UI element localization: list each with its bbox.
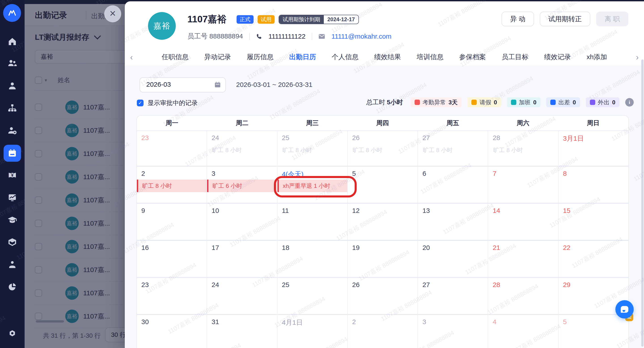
calendar-cell[interactable]: 30 — [137, 315, 207, 348]
legend-color-square — [590, 100, 595, 105]
tab-0[interactable]: 任职信息 — [162, 52, 188, 63]
calendar-small-icon — [214, 81, 221, 88]
calendar-cell[interactable]: 14 — [488, 204, 558, 240]
tabs-scroll-left-icon[interactable]: ‹ — [125, 53, 138, 62]
calendar-cell[interactable]: 20 — [418, 241, 488, 277]
calendar-cell[interactable]: 27 — [418, 278, 488, 314]
calendar-cell[interactable]: 8 — [558, 167, 628, 203]
calendar-cell[interactable]: 6 — [418, 167, 488, 203]
show-pending-checkbox-row[interactable]: ✓ 显示审批中的记录 — [137, 99, 198, 107]
calendar-cell[interactable]: 12 — [348, 204, 418, 240]
regularize-button[interactable]: 试用期转正 — [540, 12, 590, 26]
calendar-cell[interactable]: 16 — [137, 241, 207, 277]
calendar-cell[interactable]: 15 — [558, 204, 628, 240]
tab-4[interactable]: 个人信息 — [332, 52, 358, 63]
calendar-cell[interactable]: 7 — [488, 167, 558, 203]
cell-date: 3 — [422, 318, 426, 326]
attendance-event[interactable]: 旷工 8 小时 — [137, 179, 206, 192]
attendance-event[interactable]: 旷工 6 小时 — [207, 179, 277, 192]
calendar-cell[interactable]: 28旷工 8 小时 — [488, 131, 558, 166]
cell-date: 18 — [282, 244, 289, 251]
payroll-icon[interactable]: ¥ — [0, 167, 24, 183]
person-icon[interactable] — [0, 77, 24, 94]
tab-8[interactable]: 员工目标 — [502, 52, 528, 63]
org-chart-icon[interactable] — [0, 100, 24, 117]
calendar-cell[interactable]: 10 — [207, 204, 277, 240]
calendar-cell[interactable]: 9 — [137, 204, 207, 240]
calendar-cell[interactable]: 4 — [488, 315, 558, 348]
divider — [312, 33, 312, 40]
attendance-event[interactable]: xh严重早退 1 小时 — [278, 179, 347, 192]
calendar-cell[interactable]: 21 — [488, 241, 558, 277]
month-picker[interactable] — [140, 77, 226, 92]
tab-6[interactable]: 培训信息 — [416, 52, 444, 63]
calendar-cell[interactable]: 22 — [558, 241, 628, 277]
tab-2[interactable]: 履历信息 — [247, 52, 274, 63]
calendar-cell[interactable]: 27旷工 8 小时 — [418, 131, 488, 166]
calendar-cell[interactable]: 23 — [137, 131, 207, 166]
calendar-cell[interactable]: 24旷工 8 小时 — [207, 131, 277, 166]
attendance-event[interactable]: 旷工 8 小时 — [418, 144, 488, 156]
calendar-cell[interactable]: 25 — [278, 278, 348, 314]
person-add-icon[interactable] — [0, 122, 24, 139]
calendar-cell[interactable]: 17 — [207, 241, 277, 277]
tab-active-3[interactable]: 出勤日历 — [289, 52, 316, 63]
performance-icon[interactable] — [0, 189, 24, 206]
calendar-cell[interactable]: 28 — [488, 278, 558, 314]
calendar-cell[interactable]: 25旷工 8 小时 — [278, 131, 348, 166]
legend-pill: 加班0 — [507, 97, 540, 107]
calendar-cell[interactable]: 31 — [207, 315, 277, 348]
moka-logo[interactable] — [3, 4, 21, 22]
calendar-cell[interactable]: 5 — [348, 167, 418, 203]
pie-chart-icon[interactable] — [0, 278, 24, 295]
attendance-event[interactable]: 旷工 8 小时 — [278, 144, 347, 156]
cell-date: 7 — [492, 170, 496, 177]
attendance-event[interactable]: 旷工 8 小时 — [207, 144, 277, 156]
attendance-event[interactable]: 旷工 8 小时 — [488, 144, 558, 156]
vertical-scrollbar[interactable] — [641, 59, 644, 347]
calendar-cell[interactable]: 2 — [348, 315, 418, 348]
phone-icon — [256, 33, 262, 39]
tab-7[interactable]: 参保档案 — [459, 52, 486, 63]
attendance-calendar-icon[interactable] — [4, 145, 21, 162]
status-badge-regular: 正式 — [236, 15, 254, 24]
training-icon[interactable] — [0, 211, 24, 228]
cell-date: 2 — [141, 170, 145, 177]
employee-detail-modal: 嘉裕 1107嘉裕 正式 试用 试用期预计到期 2024-12-17 员工号 8… — [125, 1, 644, 348]
calendar-cell[interactable]: 5 — [558, 315, 628, 348]
calendar-cell[interactable]: 13 — [418, 204, 488, 240]
calendar-cell[interactable]: 4(今天)xh严重早退 1 小时 — [278, 167, 348, 203]
calendar-cell[interactable]: 3旷工 6 小时 — [207, 167, 277, 203]
calendar-cell[interactable]: 3月1日 — [558, 131, 628, 166]
calendar-cell[interactable]: 19 — [348, 241, 418, 277]
cell-date: 21 — [492, 244, 500, 251]
transfer-button[interactable]: 异 动 — [502, 12, 534, 26]
podium-icon[interactable] — [0, 256, 24, 273]
settings-icon[interactable] — [0, 325, 24, 342]
calendar-cell[interactable]: 18 — [278, 241, 348, 277]
calendar-cell[interactable]: 4月1日 — [278, 315, 348, 348]
package-icon[interactable] — [0, 234, 24, 251]
tab-1[interactable]: 异动记录 — [204, 52, 231, 63]
tab-5[interactable]: 绩效结果 — [374, 52, 401, 63]
calendar-cell[interactable]: 3 — [418, 315, 488, 348]
month-input[interactable] — [140, 78, 217, 91]
calendar-cell[interactable]: 11 — [278, 204, 348, 240]
calendar-cell[interactable]: 26 — [348, 278, 418, 314]
calendar-cell[interactable]: 23 — [137, 278, 207, 314]
close-icon[interactable]: × — [104, 5, 121, 22]
chat-support-button[interactable] — [616, 300, 634, 319]
info-icon[interactable]: i — [625, 98, 634, 107]
status-badge-trial: 试用 — [258, 15, 274, 24]
cell-date: 31 — [212, 318, 219, 326]
tab-10[interactable]: xh添加 — [586, 52, 607, 63]
calendar-cell[interactable]: 26旷工 8 小时 — [348, 131, 418, 166]
tab-9[interactable]: 绩效记录 — [544, 52, 571, 63]
attendance-event[interactable]: 旷工 8 小时 — [348, 144, 418, 156]
home-icon[interactable] — [0, 33, 24, 50]
calendar-cell[interactable]: 2旷工 8 小时 — [137, 167, 207, 203]
employee-email[interactable]: 11111@mokahr.com — [332, 33, 391, 40]
calendar-cell[interactable]: 24 — [207, 278, 277, 314]
checkbox-checked-icon[interactable]: ✓ — [137, 100, 144, 106]
team-icon[interactable] — [0, 54, 24, 71]
